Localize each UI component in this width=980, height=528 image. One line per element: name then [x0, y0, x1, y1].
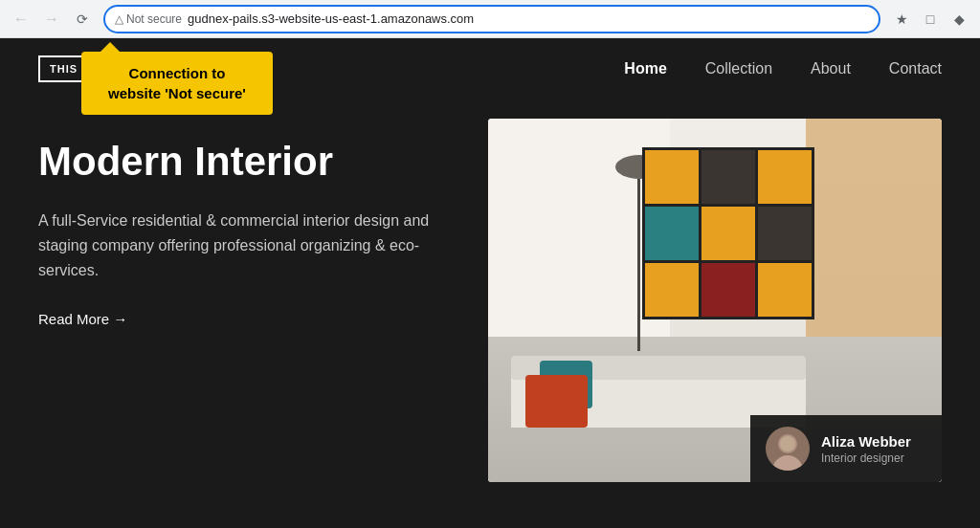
nav-collection[interactable]: Collection — [705, 60, 772, 77]
browser-chrome: ← → ⟳ △ Not secure gudnex-pails.s3-websi… — [0, 0, 980, 38]
tooltip: Connection to website 'Not secure' — [81, 42, 273, 115]
browser-actions: ★ □ ◆ — [888, 6, 972, 33]
back-button[interactable]: ← — [8, 6, 34, 33]
person-role: Interior designer — [821, 451, 911, 465]
tooltip-box: Connection to website 'Not secure' — [81, 52, 273, 115]
avatar-image — [766, 427, 810, 471]
avatar — [766, 427, 810, 471]
svg-point-2 — [780, 436, 795, 451]
hero-description: A full-Service residential & commercial … — [38, 209, 450, 282]
lock-icon: △ — [115, 12, 123, 26]
forward-button[interactable]: → — [38, 6, 65, 33]
art-cell-5 — [702, 207, 755, 260]
url-display: gudnex-pails.s3-website-us-east-1.amazon… — [188, 11, 869, 26]
art-cell-9 — [758, 263, 812, 317]
nav-contact[interactable]: Contact — [889, 60, 942, 77]
art-cell-8 — [702, 263, 755, 317]
nav-home[interactable]: Home — [624, 60, 666, 77]
room-background: Aliza Webber Interior designer — [488, 119, 942, 482]
person-name: Aliza Webber — [821, 433, 911, 450]
art-cell-3 — [758, 150, 812, 204]
art-cell-4 — [645, 207, 699, 260]
svg-point-0 — [772, 455, 803, 471]
address-bar[interactable]: △ Not secure gudnex-pails.s3-website-us-… — [103, 5, 880, 33]
reload-button[interactable]: ⟳ — [69, 6, 96, 33]
tooltip-arrow — [100, 42, 120, 52]
art-cell-1 — [645, 150, 699, 204]
art-cell-6 — [758, 207, 812, 260]
lamp-pole — [637, 179, 640, 351]
profile-button[interactable]: □ — [917, 6, 944, 33]
not-secure-label: Not secure — [126, 12, 182, 26]
bookmark-button[interactable]: ★ — [888, 6, 915, 33]
hero-section: Modern Interior A full-Service residenti… — [0, 99, 980, 482]
extensions-button[interactable]: ◆ — [946, 6, 972, 33]
hero-title: Modern Interior — [38, 138, 450, 186]
tooltip-line1: Connection to — [129, 65, 226, 81]
person-info: Aliza Webber Interior designer — [821, 433, 911, 465]
tooltip-line2: website 'Not secure' — [108, 85, 246, 101]
nav-about[interactable]: About — [811, 60, 851, 77]
nav-links: Home Collection About Contact — [624, 60, 942, 77]
person-badge: Aliza Webber Interior designer — [750, 415, 942, 482]
art-cell-7 — [645, 263, 699, 317]
art-cell-2 — [702, 150, 755, 204]
read-more-link[interactable]: Read More → — [38, 311, 450, 327]
wall-art — [642, 147, 814, 319]
not-secure-badge: △ Not secure — [115, 12, 182, 26]
nav-buttons: ← → ⟳ — [8, 6, 96, 33]
hero-image: Aliza Webber Interior designer — [488, 119, 942, 482]
pillow-orange — [525, 375, 588, 428]
hero-text: Modern Interior A full-Service residenti… — [38, 119, 450, 482]
